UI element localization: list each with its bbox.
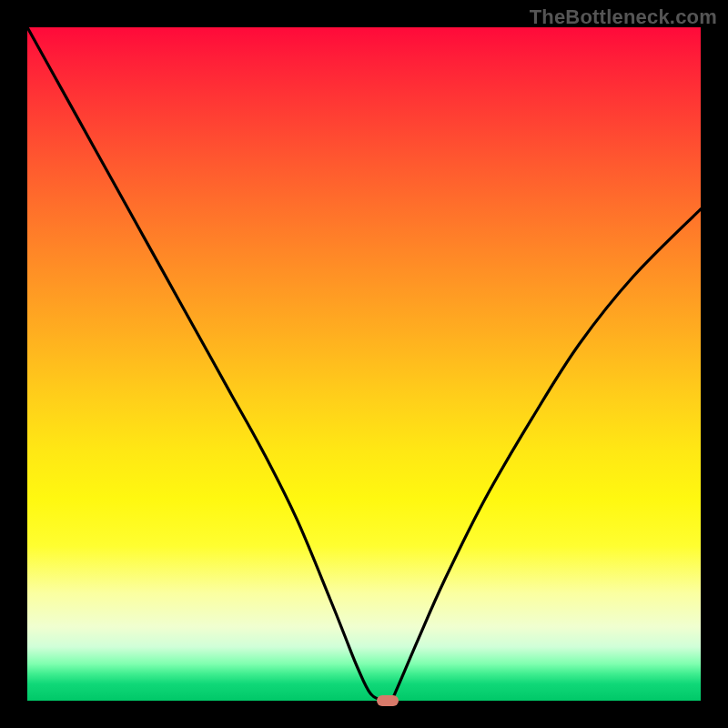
bottleneck-curve xyxy=(27,27,701,701)
chart-container: TheBottleneck.com xyxy=(0,0,728,728)
plot-area xyxy=(27,27,701,701)
watermark-text: TheBottleneck.com xyxy=(530,5,717,29)
minimum-marker xyxy=(377,695,399,706)
